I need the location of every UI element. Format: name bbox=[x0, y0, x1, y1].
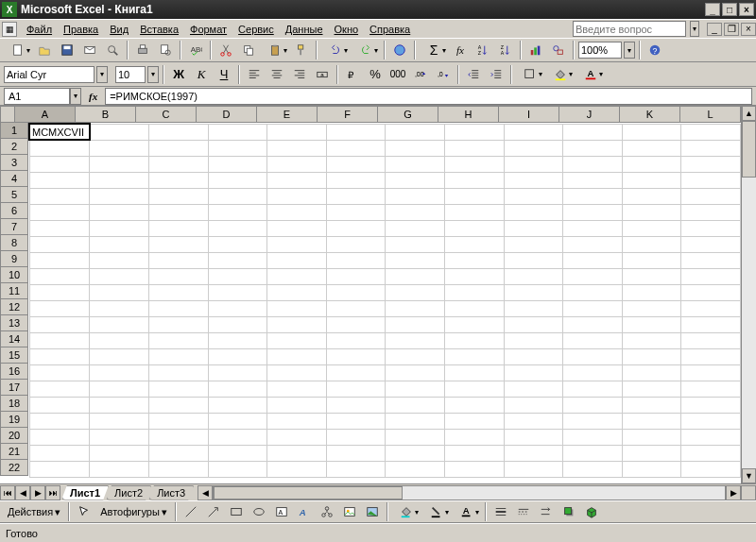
3d-button[interactable] bbox=[581, 501, 602, 522]
cell[interactable] bbox=[444, 381, 504, 397]
cell[interactable] bbox=[444, 268, 504, 284]
align-right-button[interactable] bbox=[289, 64, 310, 85]
cell[interactable] bbox=[267, 204, 327, 220]
cell[interactable] bbox=[563, 188, 623, 204]
redo-button[interactable] bbox=[352, 40, 380, 60]
cell[interactable] bbox=[326, 268, 386, 284]
cell[interactable] bbox=[267, 461, 327, 477]
autoshapes-menu[interactable]: Автофигуры ▾ bbox=[96, 504, 171, 520]
font-color-draw-button[interactable]: A bbox=[453, 501, 481, 522]
cell[interactable] bbox=[386, 172, 445, 188]
open-button[interactable] bbox=[34, 40, 55, 60]
cell[interactable] bbox=[90, 332, 149, 348]
cell[interactable] bbox=[504, 348, 563, 364]
cell[interactable] bbox=[326, 284, 386, 300]
sheet-tab[interactable]: Лист3 bbox=[148, 485, 194, 500]
cell[interactable] bbox=[326, 220, 386, 236]
cell[interactable] bbox=[444, 300, 504, 316]
cell[interactable] bbox=[563, 364, 623, 381]
italic-button[interactable]: К bbox=[191, 64, 212, 85]
cell[interactable] bbox=[90, 316, 149, 332]
drawing-button[interactable] bbox=[548, 40, 569, 60]
cell[interactable] bbox=[563, 445, 623, 461]
cell[interactable] bbox=[326, 381, 386, 397]
cell[interactable] bbox=[29, 413, 90, 429]
new-button[interactable] bbox=[4, 40, 32, 60]
cell[interactable] bbox=[149, 140, 209, 156]
cell[interactable] bbox=[386, 332, 445, 348]
cell[interactable] bbox=[386, 156, 445, 172]
cell[interactable] bbox=[90, 300, 149, 316]
cell[interactable] bbox=[681, 204, 741, 220]
name-box[interactable]: A1 bbox=[4, 88, 70, 105]
row-header[interactable]: 7 bbox=[0, 219, 28, 235]
help-button[interactable]: ? bbox=[644, 40, 665, 60]
row-header[interactable]: 19 bbox=[0, 412, 28, 428]
cell[interactable] bbox=[90, 461, 149, 477]
cell[interactable] bbox=[149, 252, 209, 268]
cell[interactable] bbox=[444, 252, 504, 268]
hyperlink-button[interactable] bbox=[389, 40, 410, 60]
cell[interactable] bbox=[563, 397, 623, 413]
select-all-corner[interactable] bbox=[0, 106, 15, 123]
cell[interactable] bbox=[90, 348, 149, 364]
cell[interactable] bbox=[326, 140, 386, 156]
cell[interactable] bbox=[90, 364, 149, 381]
undo-button[interactable] bbox=[321, 40, 350, 60]
align-left-button[interactable] bbox=[244, 64, 265, 85]
cell[interactable] bbox=[326, 124, 386, 140]
workbook-icon[interactable]: ▦ bbox=[2, 22, 17, 37]
row-header[interactable]: 12 bbox=[0, 299, 28, 315]
name-box-dropdown[interactable]: ▾ bbox=[70, 88, 81, 105]
textbox-button[interactable]: A bbox=[271, 501, 292, 522]
cell[interactable] bbox=[29, 220, 90, 236]
cell[interactable] bbox=[622, 332, 681, 348]
cell[interactable] bbox=[681, 364, 741, 381]
cell[interactable] bbox=[149, 316, 209, 332]
column-header[interactable]: H bbox=[438, 106, 499, 123]
row-header[interactable]: 3 bbox=[0, 155, 28, 171]
menu-data[interactable]: Данные bbox=[280, 22, 329, 37]
cell[interactable] bbox=[29, 236, 90, 252]
print-button[interactable] bbox=[132, 40, 153, 60]
line-color-button[interactable] bbox=[422, 501, 451, 522]
column-header[interactable]: I bbox=[499, 106, 559, 123]
cut-button[interactable] bbox=[215, 40, 236, 60]
cell[interactable] bbox=[29, 381, 90, 397]
fill-color-button[interactable] bbox=[546, 64, 575, 85]
cell[interactable] bbox=[149, 348, 209, 364]
cell[interactable] bbox=[267, 140, 327, 156]
row-header[interactable]: 2 bbox=[0, 139, 28, 155]
cell[interactable] bbox=[267, 332, 327, 348]
cell[interactable] bbox=[386, 268, 445, 284]
cell[interactable] bbox=[90, 220, 149, 236]
cell[interactable] bbox=[563, 156, 623, 172]
cell[interactable] bbox=[208, 220, 267, 236]
font-size-input[interactable]: 10 bbox=[115, 66, 146, 83]
cell[interactable] bbox=[622, 252, 681, 268]
cell[interactable] bbox=[208, 381, 267, 397]
cell[interactable] bbox=[208, 156, 267, 172]
chart-wizard-button[interactable] bbox=[525, 40, 546, 60]
print-preview-button[interactable] bbox=[155, 40, 176, 60]
cell[interactable] bbox=[444, 316, 504, 332]
cell[interactable] bbox=[622, 284, 681, 300]
cell[interactable] bbox=[622, 381, 681, 397]
cell[interactable] bbox=[208, 316, 267, 332]
cell[interactable] bbox=[681, 268, 741, 284]
cell[interactable] bbox=[90, 156, 149, 172]
cell[interactable] bbox=[149, 332, 209, 348]
cell[interactable] bbox=[504, 204, 563, 220]
scroll-right-button[interactable]: ▶ bbox=[726, 485, 741, 500]
cell[interactable] bbox=[149, 445, 209, 461]
cell[interactable] bbox=[444, 156, 504, 172]
decrease-indent-button[interactable] bbox=[463, 64, 484, 85]
cell[interactable] bbox=[504, 445, 563, 461]
cell[interactable] bbox=[681, 188, 741, 204]
cell[interactable] bbox=[444, 284, 504, 300]
menu-view[interactable]: Вид bbox=[104, 22, 134, 37]
cell[interactable] bbox=[29, 140, 90, 156]
arrow-button[interactable] bbox=[203, 501, 224, 522]
cell[interactable] bbox=[90, 188, 149, 204]
row-header[interactable]: 8 bbox=[0, 235, 28, 251]
